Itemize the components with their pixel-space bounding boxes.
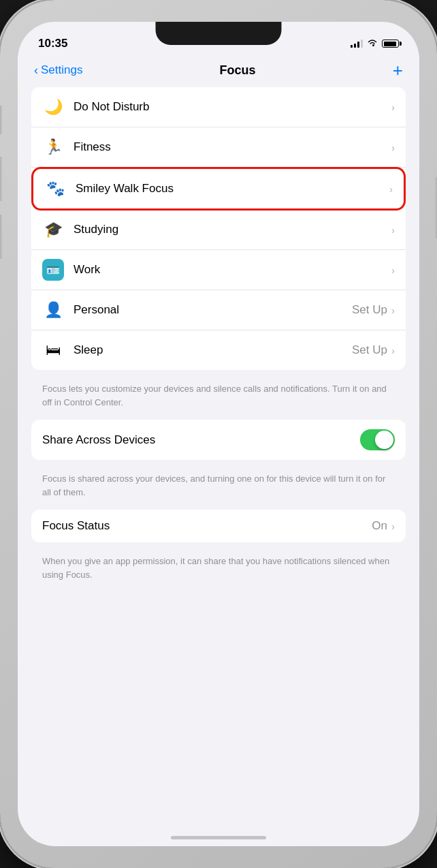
work-chevron-icon: › xyxy=(391,264,395,276)
do-not-disturb-icon: 🌙 xyxy=(42,96,64,118)
fitness-label: Fitness xyxy=(74,140,391,154)
focus-item-work[interactable]: 🪪 Work › xyxy=(31,250,406,290)
focus-item-smiley-walk[interactable]: 🐾 Smiley Walk Focus › xyxy=(31,167,406,211)
do-not-disturb-label: Do Not Disturb xyxy=(74,100,391,114)
back-chevron-icon: ‹ xyxy=(34,63,38,78)
sleep-icon: 🛏 xyxy=(42,339,64,361)
back-label: Settings xyxy=(41,63,82,77)
toggle-knob xyxy=(375,431,393,449)
nav-bar: ‹ Settings Focus + xyxy=(18,56,419,87)
focus-item-studying[interactable]: 🎓 Studying › xyxy=(31,210,406,250)
battery-icon xyxy=(382,40,399,48)
studying-label: Studying xyxy=(74,223,391,236)
fitness-icon: 🏃 xyxy=(42,136,64,158)
back-button[interactable]: ‹ Settings xyxy=(34,63,82,78)
share-across-devices-row[interactable]: Share Across Devices xyxy=(31,420,406,460)
work-label: Work xyxy=(74,263,391,277)
page-title: Focus xyxy=(220,63,256,78)
sleep-label: Sleep xyxy=(74,343,352,357)
status-icons xyxy=(351,39,399,49)
focus-status-value: On xyxy=(372,519,387,533)
focus-status-chevron-icon: › xyxy=(391,521,395,532)
sleep-chevron-icon: › xyxy=(391,345,395,356)
studying-icon: 🎓 xyxy=(42,219,64,241)
volume-up-button[interactable] xyxy=(0,157,2,201)
studying-chevron-icon: › xyxy=(391,224,395,236)
sleep-value: Set Up xyxy=(352,343,387,357)
focus-item-sleep[interactable]: 🛏 Sleep Set Up › xyxy=(31,330,406,370)
share-across-devices-toggle[interactable] xyxy=(360,429,395,450)
personal-chevron-icon: › xyxy=(391,305,395,316)
home-indicator xyxy=(171,836,266,839)
share-across-devices-label: Share Across Devices xyxy=(42,433,360,447)
focus-item-do-not-disturb[interactable]: 🌙 Do Not Disturb › xyxy=(31,87,406,127)
battery-fill xyxy=(384,42,396,46)
signal-bar-3 xyxy=(357,42,359,48)
volume-down-button[interactable] xyxy=(0,215,2,259)
focus-list-group: 🌙 Do Not Disturb › 🏃 Fitness › 🐾 Smiley … xyxy=(31,87,406,370)
signal-bar-4 xyxy=(361,40,363,48)
share-description: Focus is shared across your devices, and… xyxy=(31,467,406,510)
focus-status-label: Focus Status xyxy=(42,519,372,533)
focus-item-personal[interactable]: 👤 Personal Set Up › xyxy=(31,290,406,330)
phone-screen: 10:35 xyxy=(18,22,419,846)
status-time: 10:35 xyxy=(38,37,67,50)
focus-status-row[interactable]: Focus Status On › xyxy=(31,510,406,542)
wifi-icon xyxy=(367,39,378,49)
add-button[interactable]: + xyxy=(393,61,403,79)
notch xyxy=(156,22,282,45)
signal-bar-2 xyxy=(354,44,356,48)
focus-status-description: When you give an app permission, it can … xyxy=(31,549,406,592)
personal-value: Set Up xyxy=(352,303,387,317)
fitness-chevron-icon: › xyxy=(391,142,395,153)
mute-switch[interactable] xyxy=(0,106,2,134)
smiley-walk-icon: 🐾 xyxy=(44,178,66,200)
focus-description: Focus lets you customize your devices an… xyxy=(31,377,406,420)
signal-bars-icon xyxy=(351,40,363,48)
phone-frame: 10:35 xyxy=(0,0,437,868)
personal-label: Personal xyxy=(74,303,352,317)
work-icon: 🪪 xyxy=(42,259,64,281)
focus-item-fitness[interactable]: 🏃 Fitness › xyxy=(31,127,406,168)
content-area: 🌙 Do Not Disturb › 🏃 Fitness › 🐾 Smiley … xyxy=(18,87,419,837)
personal-icon: 👤 xyxy=(42,299,64,321)
signal-bar-1 xyxy=(351,45,353,48)
smiley-walk-chevron-icon: › xyxy=(389,183,393,195)
smiley-walk-label: Smiley Walk Focus xyxy=(76,182,389,196)
do-not-disturb-chevron-icon: › xyxy=(391,102,395,113)
